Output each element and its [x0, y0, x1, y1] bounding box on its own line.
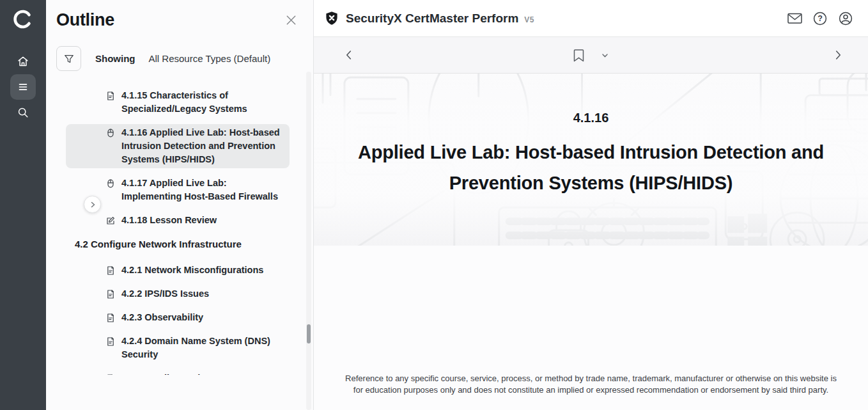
outline-item-label: 4.1.16 Applied Live Lab: Host-based Intr… — [121, 126, 283, 166]
forward-chevron-icon[interactable] — [831, 48, 845, 62]
outline-list: 4.1.15 Characteristics of Specialized/Le… — [46, 87, 313, 375]
product-title: SecurityX CertMaster Perform — [346, 12, 518, 26]
chevron-down-icon[interactable] — [600, 50, 610, 61]
search-icon — [16, 106, 30, 120]
outline-item-label: 4.2.3 Observability — [121, 311, 203, 324]
outline-item[interactable]: 4.2.1 Network Misconfigurations — [66, 262, 290, 279]
bookmark-group — [572, 48, 610, 63]
disclaimer-text: Reference to any specific course, servic… — [339, 373, 842, 396]
outline-scrollbar-track[interactable] — [306, 72, 311, 410]
outline-item-label: 4.1.18 Lesson Review — [121, 214, 217, 227]
outline-item-label: 4.1.15 Characteristics of Specialized/Le… — [121, 89, 283, 116]
comptia-logo[interactable] — [10, 6, 36, 32]
outline-panel-title: Outline — [56, 10, 114, 30]
outline-item[interactable]: 4.1.18 Lesson Review — [66, 212, 290, 229]
outline-header: Outline — [46, 0, 313, 30]
outline-item[interactable]: 4.2.4 Domain Name System (DNS) Security — [66, 333, 290, 363]
outline-item-label: 4.2.2 IPS/IDS Issues — [121, 287, 209, 301]
home-icon — [16, 54, 30, 68]
outline-item-label: 4.1.17 Applied Live Lab: Implementing Ho… — [121, 177, 283, 203]
outline-item-label: 4.2.4 Domain Name System (DNS) Security — [121, 335, 283, 361]
menu-icon — [16, 80, 30, 94]
lesson-number: 4.1.16 — [314, 111, 868, 125]
left-icon-rail — [0, 0, 46, 410]
expand-right-icon — [88, 200, 97, 209]
edit-icon — [105, 214, 116, 226]
bookmark-icon[interactable] — [572, 48, 585, 63]
help-button[interactable]: ? — [810, 8, 830, 29]
outline-item-label: 4.2.1 Network Misconfigurations — [121, 264, 263, 277]
collapse-panel-button[interactable] — [84, 196, 101, 213]
mouse-icon — [105, 126, 116, 138]
search-button[interactable] — [10, 100, 36, 125]
app-header: SecurityX CertMaster Perform V5 ? — [314, 0, 868, 37]
document-icon — [105, 335, 116, 347]
document-icon — [105, 89, 116, 101]
filter-selected-value: All Resource Types (Default) — [149, 53, 271, 64]
outline-section-header: 4.2 Configure Network Infrastructure — [75, 235, 289, 253]
account-icon — [838, 11, 853, 26]
banner-text: 4.1.16 Applied Live Lab: Host-based Intr… — [314, 74, 868, 198]
account-button[interactable] — [835, 8, 856, 29]
close-icon[interactable] — [284, 13, 298, 27]
content-space — [314, 246, 868, 373]
outline-menu-button[interactable] — [10, 74, 36, 100]
filter-icon — [63, 52, 75, 65]
help-icon: ? — [812, 11, 828, 26]
mouse-icon — [105, 177, 116, 189]
lesson-toolbar — [314, 37, 868, 74]
showing-label: Showing — [95, 53, 136, 64]
page-footer: Reference to any specific course, servic… — [314, 373, 868, 410]
lesson-title: Applied Live Lab: Host-based Intrusion D… — [314, 137, 868, 198]
outline-item[interactable]: 4.1.16 Applied Live Lab: Host-based Intr… — [66, 124, 290, 168]
lesson-banner: 4.1.16 Applied Live Lab: Host-based Intr… — [314, 74, 868, 246]
outline-panel: Outline Showing All Resource Types (Defa… — [46, 0, 314, 410]
document-icon — [105, 287, 116, 299]
back-chevron-icon[interactable] — [342, 48, 356, 62]
outline-item[interactable]: 4.2.2 IPS/IDS Issues — [66, 285, 290, 303]
document-icon — [105, 311, 116, 323]
main-content: SecurityX CertMaster Perform V5 ? — [314, 0, 868, 410]
mail-icon — [787, 12, 803, 25]
outline-item-label: 4.2.5 Email Security — [121, 372, 208, 375]
outline-item[interactable]: 4.2.5 Email Security — [66, 370, 290, 375]
mail-button[interactable] — [784, 8, 805, 29]
document-icon — [105, 372, 116, 375]
resource-filter: Showing All Resource Types (Default) — [56, 46, 313, 71]
outline-item[interactable]: 4.1.15 Characteristics of Specialized/Le… — [66, 87, 290, 118]
shield-x-icon — [325, 11, 339, 26]
document-icon — [105, 264, 116, 276]
home-button[interactable] — [10, 49, 36, 74]
outline-item[interactable]: 4.2.3 Observability — [66, 309, 290, 326]
version-badge: V5 — [524, 15, 534, 24]
outline-scrollbar-thumb[interactable] — [307, 324, 311, 343]
svg-text:?: ? — [818, 14, 823, 23]
app-window: Outline Showing All Resource Types (Defa… — [0, 0, 868, 410]
filter-button[interactable] — [56, 46, 81, 71]
